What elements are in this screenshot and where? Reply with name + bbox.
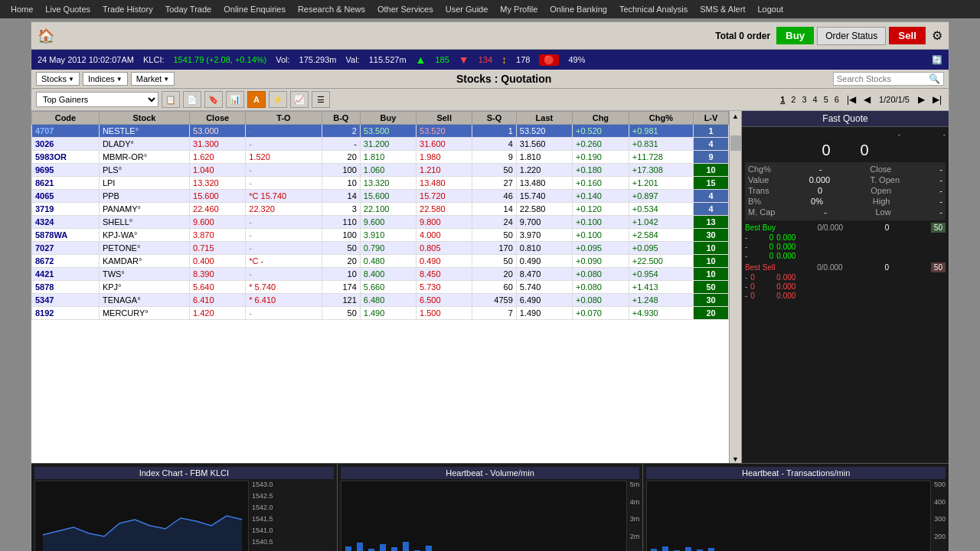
cell-stock[interactable]: LPI xyxy=(99,177,189,190)
nav-today-trade[interactable]: Today Trade xyxy=(161,3,217,15)
col-header-lv[interactable]: L-V xyxy=(694,112,729,125)
cell-close[interactable]: 1.040 xyxy=(190,164,246,177)
cell-buy[interactable]: 5.660 xyxy=(360,281,416,294)
scroll-up-arrow[interactable]: ▲ xyxy=(732,112,739,120)
cell-buy[interactable]: 3.910 xyxy=(360,229,416,242)
table-row[interactable]: 5347 TENAGA° 6.410 * 6.410 121 6.480 6.5… xyxy=(32,294,729,307)
cell-buy[interactable]: 1.060 xyxy=(360,164,416,177)
table-row[interactable]: 4065 PPB 15.600 *C 15.740 14 15.600 15.7… xyxy=(32,190,729,203)
table-row[interactable]: 5878WA KPJ-WA° 3.870 - 100 3.910 4.000 5… xyxy=(32,229,729,242)
cell-buy[interactable]: 0.790 xyxy=(360,242,416,255)
page-1[interactable]: 1 xyxy=(778,94,787,105)
cell-buy[interactable]: 53.500 xyxy=(360,125,416,138)
nav-my-profile[interactable]: My Profile xyxy=(495,3,542,15)
toolbar-icon-5-active[interactable]: A xyxy=(247,91,266,108)
toolbar-icon-6[interactable]: ⚡ xyxy=(269,91,287,108)
cell-stock[interactable]: NESTLE° xyxy=(99,125,189,138)
cell-close[interactable]: 3.870 xyxy=(190,229,246,242)
cell-code[interactable]: 4421 xyxy=(32,268,100,281)
col-header-buy[interactable]: Buy xyxy=(360,112,416,125)
cell-code[interactable]: 5878 xyxy=(32,281,100,294)
nav-logout[interactable]: Logout xyxy=(753,3,788,15)
indices-dropdown[interactable]: Indices xyxy=(83,72,128,86)
cell-stock[interactable]: DLADY° xyxy=(99,138,189,151)
settings-icon[interactable]: ⚙ xyxy=(932,28,942,43)
page-prev-first[interactable]: |◀ xyxy=(844,93,858,106)
market-dropdown[interactable]: Market xyxy=(131,72,175,86)
top-gainers-select[interactable]: Top Gainers xyxy=(36,92,158,107)
cell-code[interactable]: 5878WA xyxy=(32,229,100,242)
cell-buy[interactable]: 6.480 xyxy=(360,294,416,307)
cell-stock[interactable]: MERCURY° xyxy=(99,307,189,320)
cell-buy[interactable]: 31.200 xyxy=(360,138,416,151)
table-row[interactable]: 5878 KPJ° 5.640 * 5.740 174 5.660 5.730 … xyxy=(32,281,729,294)
cell-sell[interactable]: 53.520 xyxy=(416,125,472,138)
col-header-chg[interactable]: Chg xyxy=(573,112,629,125)
scroll-thumb[interactable] xyxy=(730,135,741,151)
col-header-sq[interactable]: S-Q xyxy=(472,112,516,125)
table-row[interactable]: 4707 NESTLE° 53.000 - 2 53.500 53.520 1 … xyxy=(32,125,729,138)
cell-sell[interactable]: 4.000 xyxy=(416,229,472,242)
cell-sell[interactable]: 1.500 xyxy=(416,307,472,320)
sell-button[interactable]: Sell xyxy=(889,27,926,44)
table-row[interactable]: 4421 TWS° 8.390 - 10 8.400 8.450 20 8.47… xyxy=(32,268,729,281)
toolbar-icon-3[interactable]: 🔖 xyxy=(204,91,223,108)
cell-close[interactable]: 9.600 xyxy=(190,216,246,229)
cell-stock[interactable]: PETONE° xyxy=(99,242,189,255)
table-row[interactable]: 3026 DLADY° 31.300 - - 31.200 31.600 4 3… xyxy=(32,138,729,151)
cell-stock[interactable]: PPB xyxy=(99,190,189,203)
cell-stock[interactable]: KPJ-WA° xyxy=(99,229,189,242)
table-row[interactable]: 8192 MERCURY° 1.420 - 50 1.490 1.500 7 1… xyxy=(32,307,729,320)
refresh-icon[interactable]: 🔄 xyxy=(932,55,942,65)
col-header-to[interactable]: T-O xyxy=(246,112,322,125)
nav-other-services[interactable]: Other Services xyxy=(373,3,438,15)
col-header-stock[interactable]: Stock xyxy=(99,112,189,125)
cell-code[interactable]: 4324 xyxy=(32,216,100,229)
cell-sell[interactable]: 15.720 xyxy=(416,190,472,203)
cell-buy[interactable]: 1.810 xyxy=(360,151,416,164)
toolbar-icon-7[interactable]: 📈 xyxy=(290,91,309,108)
search-input[interactable] xyxy=(837,74,929,83)
col-header-bq[interactable]: B-Q xyxy=(322,112,360,125)
table-scrollbar[interactable]: ▲ ▼ xyxy=(729,111,741,463)
cell-stock[interactable]: KPJ° xyxy=(99,281,189,294)
cell-buy[interactable]: 9.600 xyxy=(360,216,416,229)
cell-code[interactable]: 8192 xyxy=(32,307,100,320)
col-header-sell[interactable]: Sell xyxy=(416,112,472,125)
search-icon[interactable]: 🔍 xyxy=(929,73,940,84)
cell-close[interactable]: 1.420 xyxy=(190,307,246,320)
cell-sell[interactable]: 6.500 xyxy=(416,294,472,307)
cell-close[interactable]: 13.320 xyxy=(190,177,246,190)
cell-close[interactable]: 5.640 xyxy=(190,281,246,294)
buy-button[interactable]: Buy xyxy=(776,27,814,44)
toolbar-icon-1[interactable]: 📋 xyxy=(162,91,180,108)
cell-stock[interactable]: KAMDAR° xyxy=(99,255,189,268)
table-row[interactable]: 8672 KAMDAR° 0.400 *C - 20 0.480 0.490 5… xyxy=(32,255,729,268)
cell-sell[interactable]: 0.805 xyxy=(416,242,472,255)
nav-home[interactable]: Home xyxy=(6,3,38,15)
nav-technical-analysis[interactable]: Technical Analysis xyxy=(615,3,692,15)
cell-close[interactable]: 22.460 xyxy=(190,203,246,216)
table-row[interactable]: 8621 LPI 13.320 - 10 13.320 13.480 27 13… xyxy=(32,177,729,190)
nav-online-banking[interactable]: Online Banking xyxy=(545,3,612,15)
cell-close[interactable]: 53.000 xyxy=(190,125,246,138)
cell-stock[interactable]: SHELL° xyxy=(99,216,189,229)
cell-code[interactable]: 4707 xyxy=(32,125,100,138)
cell-code[interactable]: 5983OR xyxy=(32,151,100,164)
page-6[interactable]: 6 xyxy=(832,94,841,105)
table-row[interactable]: 4324 SHELL° 9.600 - 110 9.600 9.800 24 9… xyxy=(32,216,729,229)
cell-sell[interactable]: 13.480 xyxy=(416,177,472,190)
nav-sms-alert[interactable]: SMS & Alert xyxy=(695,3,750,15)
cell-stock[interactable]: PLS° xyxy=(99,164,189,177)
cell-buy[interactable]: 8.400 xyxy=(360,268,416,281)
cell-buy[interactable]: 22.100 xyxy=(360,203,416,216)
col-header-last[interactable]: Last xyxy=(516,112,572,125)
page-next-last[interactable]: ▶| xyxy=(930,93,944,106)
cell-stock[interactable]: PANAMY° xyxy=(99,203,189,216)
nav-live-quotes[interactable]: Live Quotes xyxy=(41,3,95,15)
cell-code[interactable]: 9695 xyxy=(32,164,100,177)
table-row[interactable]: 7027 PETONE° 0.715 - 50 0.790 0.805 170 … xyxy=(32,242,729,255)
cell-buy[interactable]: 1.490 xyxy=(360,307,416,320)
nav-research-news[interactable]: Research & News xyxy=(293,3,370,15)
table-row[interactable]: 3719 PANAMY° 22.460 22.320 3 22.100 22.5… xyxy=(32,203,729,216)
